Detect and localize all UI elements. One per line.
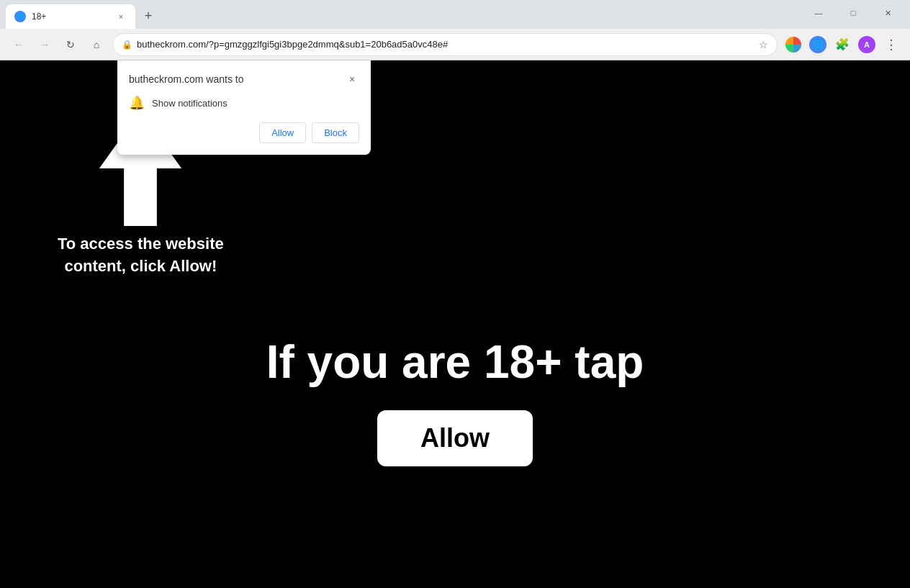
popup-permission-row: 🔔 Show notifications [129,95,359,111]
extensions-icon[interactable] [783,35,803,55]
main-heading: If you are 18+ tap [266,335,644,389]
minimize-button[interactable]: — [802,2,835,24]
menu-button[interactable]: ⋮ [881,35,901,55]
url-bar[interactable]: 🔒 butheckrom.com/?p=gmzggzlfgi5gi3bpge2d… [112,33,778,56]
title-bar: 🌐 18+ × + — □ ✕ [0,0,910,29]
close-button[interactable]: ✕ [871,2,904,24]
profile-avatar: A [858,36,875,53]
window-controls: — □ ✕ [802,2,904,27]
url-text: butheckrom.com/?p=gmzggzlfgi5gi3bpge2dmm… [137,39,754,50]
page-allow-button[interactable]: Allow [377,410,533,466]
tab-title: 18+ [32,12,109,22]
refresh-button[interactable]: ↻ [60,35,81,55]
lock-icon: 🔒 [122,40,132,50]
toolbar-icons: 🌐 🧩 A ⋮ [783,35,901,55]
popup-close-button[interactable]: × [345,72,359,86]
content-area: butheckrom.com wants to × 🔔 Show notific… [0,60,910,588]
permission-text: Show notifications [152,98,227,109]
tab-bar: 🌐 18+ × + [6,0,799,29]
bell-icon: 🔔 [129,95,145,111]
profile-icon[interactable]: A [857,35,877,55]
instruction-text: To access the website content, click All… [58,233,224,278]
tab-favicon: 🌐 [14,11,26,22]
back-button[interactable]: ← [9,35,29,55]
three-dots-icon: ⋮ [885,37,898,53]
address-bar: ← → ↻ ⌂ 🔒 butheckrom.com/?p=gmzggzlfgi5g… [0,29,910,60]
active-tab[interactable]: 🌐 18+ × [6,4,135,29]
colored-circle-icon [785,37,801,53]
browser-icon: 🌐 [809,36,826,53]
forward-button[interactable]: → [35,35,55,55]
tab-close-button[interactable]: × [115,11,127,22]
popup-block-button[interactable]: Block [312,122,359,143]
popup-header: butheckrom.com wants to × [129,72,359,86]
new-tab-button[interactable]: + [138,6,158,26]
home-button[interactable]: ⌂ [86,35,107,55]
popup-title: butheckrom.com wants to [129,73,244,85]
ext-puzzle-icon[interactable]: 🧩 [832,35,852,55]
popup-allow-button[interactable]: Allow [259,122,306,143]
maximize-button[interactable]: □ [837,2,870,24]
popup-buttons: Allow Block [129,122,359,143]
browser-frame: 🌐 18+ × + — □ ✕ ← → ↻ ⌂ 🔒 butheckrom.com… [0,0,910,588]
bookmark-icon[interactable]: ☆ [759,39,768,50]
notification-popup: butheckrom.com wants to × 🔔 Show notific… [117,60,371,155]
browser-logo-icon[interactable]: 🌐 [808,35,828,55]
